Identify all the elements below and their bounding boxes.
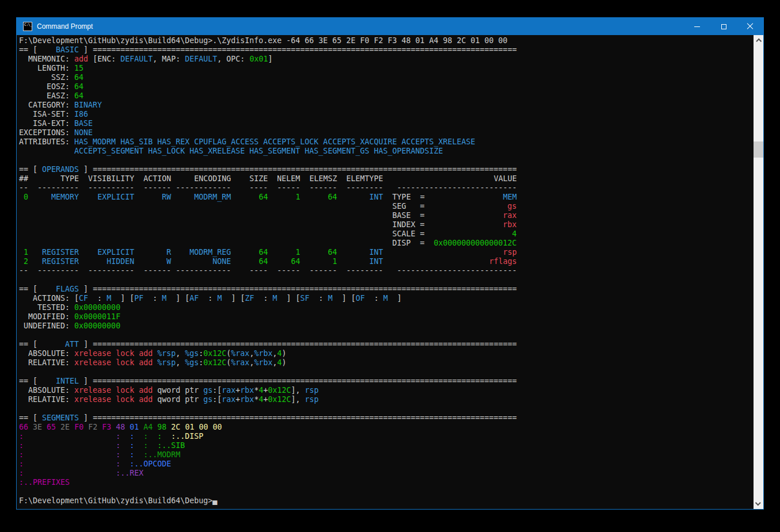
text-segment: gs bbox=[203, 395, 212, 404]
text-segment: ISA-SET: bbox=[19, 110, 70, 118]
text-segment: ] bbox=[83, 340, 88, 349]
text-segment: 64 bbox=[328, 248, 337, 257]
text-segment: ========================================… bbox=[93, 414, 517, 422]
text-segment: %gs bbox=[185, 349, 199, 358]
console-line: 2 REGISTER HIDDEN W NONE 64 64 1 INT rfl… bbox=[19, 257, 754, 266]
console-line: ISA-SET: I86 bbox=[19, 110, 754, 119]
maximize-button[interactable] bbox=[710, 18, 737, 35]
text-segment: [ENC: bbox=[93, 55, 116, 63]
text-segment: W bbox=[166, 257, 171, 266]
text-segment: M bbox=[383, 294, 388, 303]
scroll-down-button[interactable] bbox=[754, 499, 763, 509]
text-segment: : bbox=[199, 294, 217, 303]
text-segment: 64 bbox=[74, 82, 83, 91]
chevron-up-icon bbox=[756, 39, 762, 44]
text-segment: BASE bbox=[74, 119, 93, 128]
text-segment: ], bbox=[291, 386, 300, 395]
text-segment: 64 bbox=[258, 248, 268, 257]
console-line: == [ OPERANDS ] ========================… bbox=[19, 165, 754, 174]
text-segment: ACTIONS: bbox=[19, 294, 70, 303]
text-segment: 0 bbox=[24, 193, 28, 201]
text-segment: : bbox=[365, 294, 383, 303]
text-segment: ] bbox=[166, 294, 180, 303]
console-line: SSZ: 64 bbox=[19, 73, 754, 82]
text-segment: 64 bbox=[328, 193, 337, 201]
console-line: ABSOLUTE: xrelease lock add qword ptr gs… bbox=[19, 386, 754, 395]
text-segment: , OPC: bbox=[217, 55, 245, 63]
text-segment: ========================================… bbox=[93, 45, 517, 54]
text-segment: :..MODRM bbox=[143, 450, 180, 459]
text-segment: :..REX bbox=[116, 469, 143, 477]
text-segment: INT bbox=[370, 193, 383, 201]
text-segment: == [ bbox=[19, 45, 37, 54]
text-segment: xrelease lock add bbox=[74, 386, 153, 395]
chevron-down-icon bbox=[755, 500, 761, 506]
text-segment: ] bbox=[83, 285, 88, 293]
text-segment: ZF bbox=[245, 294, 254, 303]
console-area[interactable]: F:\Development\GitHub\zydis\Build64\Debu… bbox=[17, 35, 754, 509]
text-segment: ] bbox=[268, 55, 272, 63]
text-segment: 0x12C bbox=[268, 386, 291, 395]
text-segment: : bbox=[116, 441, 120, 450]
minimize-button[interactable] bbox=[684, 18, 710, 35]
console-line: MODIFIED: 0x0000011F bbox=[19, 312, 754, 322]
text-segment: rax bbox=[222, 395, 235, 404]
scroll-up-button[interactable] bbox=[754, 35, 763, 45]
text-segment: F2 bbox=[88, 423, 97, 431]
text-segment: rsp bbox=[503, 248, 517, 257]
text-segment: ACCEPTS_SEGMENT HAS_LOCK HAS_XRELEASE HA… bbox=[74, 147, 443, 155]
text-segment: ] bbox=[333, 294, 347, 303]
text-segment: 00 bbox=[199, 423, 208, 431]
text-segment: == [ bbox=[19, 340, 37, 349]
text-segment: ] bbox=[222, 294, 235, 303]
text-segment: M bbox=[273, 294, 277, 303]
scrollbar[interactable] bbox=[754, 35, 763, 509]
text-segment: : bbox=[157, 432, 162, 441]
text-segment: , bbox=[176, 349, 180, 358]
text-segment: : bbox=[310, 294, 328, 303]
text-segment: : bbox=[116, 460, 120, 468]
text-segment: SF bbox=[300, 294, 310, 303]
text-segment: 66 bbox=[19, 423, 28, 431]
text-segment: 64 bbox=[258, 193, 268, 201]
text-segment: 0x0000011F bbox=[74, 312, 120, 321]
console-line: == [ FLAGS ] ===========================… bbox=[19, 285, 754, 294]
console-line: 1 REGISTER EXPLICIT R MODRM_REG 64 1 64 … bbox=[19, 248, 754, 257]
text-segment: :..SIB bbox=[157, 441, 185, 450]
text-segment: 0x12C bbox=[203, 358, 226, 367]
console-line: RELATIVE: xrelease lock add %rsp, %gs:0x… bbox=[19, 358, 754, 368]
text-segment: 15 bbox=[74, 64, 83, 72]
console-line bbox=[19, 487, 754, 496]
text-segment: 4 bbox=[512, 229, 517, 238]
text-segment: :..DISP bbox=[171, 432, 203, 441]
text-segment: REGISTER bbox=[42, 248, 79, 257]
caption-buttons bbox=[684, 18, 763, 35]
text-segment: rax bbox=[222, 386, 235, 395]
text-segment: EOSZ: bbox=[19, 82, 70, 91]
text-segment: %rax bbox=[231, 358, 249, 367]
text-segment: A4 bbox=[143, 423, 153, 431]
console-line: : : : : : :..DISP bbox=[19, 432, 754, 441]
text-segment: ISA-EXT: bbox=[19, 119, 70, 128]
console-line: ACCEPTS_SEGMENT HAS_LOCK HAS_XRELEASE HA… bbox=[19, 147, 754, 156]
text-segment: OPERANDS bbox=[42, 165, 79, 174]
text-segment: MNEMONIC: bbox=[19, 55, 70, 63]
text-segment: :[ bbox=[212, 395, 222, 404]
text-segment: ] bbox=[83, 377, 88, 385]
text-segment: 1 bbox=[24, 248, 28, 257]
text-segment: INT bbox=[370, 257, 383, 266]
text-segment: -------------------------- bbox=[397, 266, 517, 275]
scroll-thumb[interactable] bbox=[754, 141, 763, 158]
text-segment: SIZE NELEM ELEMSZ ELEMTYPE bbox=[249, 174, 383, 183]
text-segment: CATEGORY: bbox=[19, 101, 70, 109]
text-segment: M bbox=[328, 294, 333, 303]
text-segment: MODRM_REG bbox=[189, 248, 231, 257]
text-segment: %rsp bbox=[157, 358, 176, 367]
titlebar[interactable]: C:\_ Command Prompt bbox=[17, 18, 763, 35]
text-segment: ] bbox=[83, 165, 88, 174]
console-line: : : : : :..SIB bbox=[19, 441, 754, 450]
close-button[interactable] bbox=[737, 18, 763, 35]
text-segment: , bbox=[176, 358, 180, 367]
text-segment: 0x00000000 bbox=[74, 322, 120, 330]
console-line: BASE = rax bbox=[19, 211, 754, 220]
